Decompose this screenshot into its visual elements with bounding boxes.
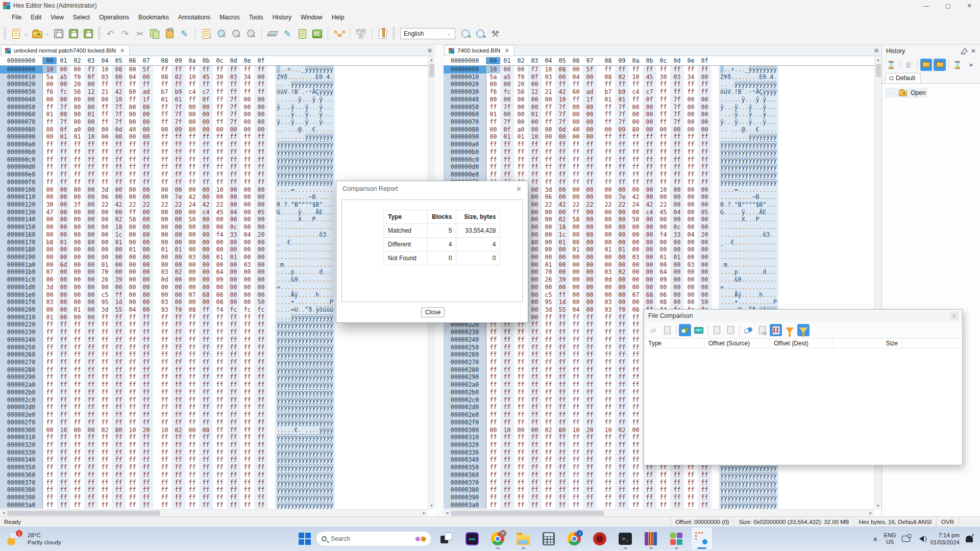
hex-byte[interactable]: ff [227, 373, 240, 381]
ascii-text[interactable]: Z¥ð........E0.4. [275, 73, 335, 81]
ascii-text[interactable]: ÿÿÿÿÿÿÿÿÿÿÿÿÿÿÿÿ [719, 494, 778, 502]
hex-byte[interactable]: ff [670, 471, 684, 479]
hex-byte[interactable]: ff [158, 359, 172, 366]
hex-byte[interactable]: ff [185, 366, 199, 374]
hex-byte[interactable]: ff [601, 381, 615, 389]
hex-byte[interactable]: 7f [227, 96, 240, 104]
hex-byte[interactable]: ff [126, 209, 139, 216]
hex-byte[interactable]: ff [126, 321, 139, 329]
hex-byte[interactable]: 00 [698, 96, 712, 104]
hex-byte[interactable]: ff [172, 66, 185, 73]
hex-byte[interactable]: ff [172, 133, 185, 141]
hex-byte[interactable]: ff [199, 156, 213, 164]
patch-apply-icon[interactable] [679, 324, 691, 336]
taskbar-weather-widget[interactable]: 1 28°C Partly cloudy [0, 531, 61, 546]
hex-byte[interactable]: 09 [615, 126, 629, 134]
hex-byte[interactable]: ff [569, 456, 583, 464]
hex-byte[interactable]: 00 [84, 223, 98, 231]
hex-byte[interactable]: 00 [185, 276, 199, 284]
hex-byte[interactable]: 00 [528, 231, 542, 239]
hex-byte[interactable]: ff [84, 479, 98, 487]
hex-byte[interactable]: ff [139, 329, 153, 336]
hex-byte[interactable]: ff [126, 434, 139, 441]
hex-byte[interactable]: ff [57, 404, 70, 411]
hex-byte[interactable]: ff [172, 419, 185, 427]
hex-byte[interactable]: 22 [172, 201, 185, 209]
hex-byte[interactable]: 00 [656, 223, 670, 231]
hex-byte[interactable]: ff [139, 179, 153, 186]
hex-byte[interactable]: ff [70, 321, 84, 329]
hex-byte[interactable]: 00 [43, 261, 57, 269]
hex-byte[interactable]: ff [199, 148, 213, 156]
columns-view-icon[interactable] [770, 324, 782, 336]
hex-byte[interactable]: ff [542, 359, 555, 366]
hex-byte[interactable]: ff [185, 66, 199, 73]
hex-byte[interactable]: 00 [158, 254, 172, 261]
hex-byte[interactable]: ff [227, 66, 240, 73]
hex-byte[interactable]: ff [670, 179, 684, 186]
hex-byte[interactable]: 00 [213, 216, 227, 223]
hex-byte[interactable]: 01 [57, 133, 70, 141]
hex-byte[interactable]: 03 [684, 261, 698, 269]
hex-byte[interactable]: ff [601, 111, 615, 118]
hex-byte[interactable]: 10 [43, 66, 57, 73]
hex-byte[interactable]: 00 [583, 298, 597, 306]
hex-byte[interactable]: 00 [172, 223, 185, 231]
hex-byte[interactable]: 80 [528, 239, 542, 246]
hex-byte[interactable]: ff [601, 81, 615, 88]
hex-byte[interactable]: 80 [84, 239, 98, 246]
hex-byte[interactable]: 02 [172, 268, 185, 276]
hex-byte[interactable]: 60 [126, 88, 139, 96]
hex-byte[interactable]: ff [70, 373, 84, 381]
hex-byte[interactable]: ff [643, 471, 656, 479]
find-result-icon[interactable] [756, 324, 768, 336]
hex-byte[interactable]: 10 [84, 133, 98, 141]
hex-byte[interactable]: 00 [57, 186, 70, 194]
hex-byte[interactable]: ff [185, 314, 199, 321]
hex-byte[interactable]: 00 [185, 268, 199, 276]
hex-byte[interactable]: ff [172, 502, 185, 509]
hex-byte[interactable]: 22 [98, 201, 112, 209]
hex-byte[interactable]: 24 [629, 201, 643, 209]
hex-byte[interactable]: ff [542, 351, 555, 359]
hex-byte[interactable]: 00 [254, 118, 268, 126]
hex-byte[interactable]: 60 [569, 88, 583, 96]
hex-byte[interactable]: 00 [70, 254, 84, 261]
hex-byte[interactable]: ff [70, 171, 84, 179]
hex-byte[interactable]: ff [43, 366, 57, 374]
hex-byte[interactable]: ff [583, 419, 597, 427]
hex-byte[interactable]: ff [84, 434, 98, 441]
hex-byte[interactable]: 00 [43, 223, 57, 231]
hex-byte[interactable]: ff [601, 66, 615, 73]
hex-byte[interactable]: 18 [112, 223, 126, 231]
hex-byte[interactable]: 01 [569, 246, 583, 254]
hex-byte[interactable]: ff [213, 351, 227, 359]
ascii-text[interactable]: ................ [719, 223, 778, 231]
hex-byte[interactable]: 7f [615, 104, 629, 111]
hex-byte[interactable]: ff [615, 366, 629, 374]
hex-byte[interactable]: 05 [698, 209, 712, 216]
hex-byte[interactable]: 00 [43, 291, 57, 299]
hex-byte[interactable]: 22 [126, 201, 139, 209]
hex-byte[interactable]: ff [486, 456, 500, 464]
hex-byte[interactable]: ff [213, 163, 227, 171]
hex-byte[interactable]: ff [670, 148, 684, 156]
hex-byte[interactable]: 00 [569, 66, 583, 73]
hex-byte[interactable]: 00 [684, 96, 698, 104]
hex-byte[interactable]: 01 [670, 254, 684, 261]
hex-byte[interactable]: 00 [57, 223, 70, 231]
hex-byte[interactable]: 00 [254, 104, 268, 111]
hex-byte[interactable]: ff [601, 179, 615, 186]
hex-byte[interactable]: ff [158, 351, 172, 359]
hex-byte[interactable]: ff [139, 336, 153, 344]
hex-byte[interactable]: 00 [486, 133, 500, 141]
hex-byte[interactable]: 00 [629, 118, 643, 126]
hex-byte[interactable]: ff [213, 96, 227, 104]
hex-byte[interactable]: ff [185, 179, 199, 186]
hex-byte[interactable]: 00 [240, 111, 254, 118]
hex-byte[interactable]: 00 [43, 81, 57, 88]
hex-byte[interactable]: ff [569, 419, 583, 427]
hex-byte[interactable]: ff [227, 321, 240, 329]
hex-byte[interactable]: 00 [43, 231, 57, 239]
hex-byte[interactable]: 45 [656, 209, 670, 216]
